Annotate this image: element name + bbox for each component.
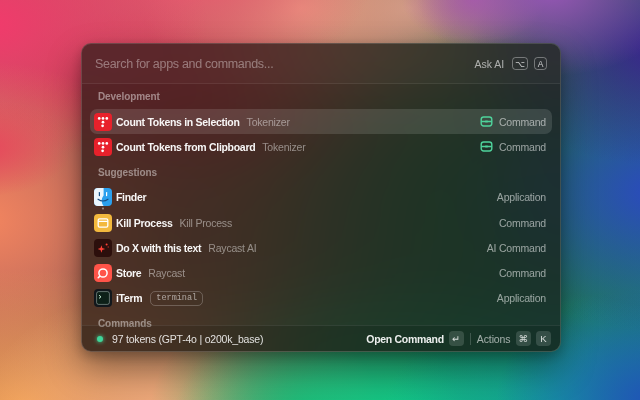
item-subtitle: Tokenizer bbox=[262, 141, 305, 153]
list-item[interactable]: Count Tokens in SelectionTokenizerComman… bbox=[90, 109, 552, 134]
command-icon bbox=[480, 115, 493, 128]
results-list: DevelopmentCount Tokens in SelectionToke… bbox=[82, 84, 560, 327]
item-title: Count Tokens in Selection bbox=[116, 116, 240, 128]
list-item[interactable]: Do X with this textRaycast AIAI Command bbox=[90, 235, 552, 260]
item-type-label: Application bbox=[497, 191, 546, 203]
item-title: Finder bbox=[116, 191, 146, 203]
item-title: Kill Process bbox=[116, 217, 173, 229]
actions-label: Actions bbox=[477, 333, 511, 345]
item-subtitle: Raycast AI bbox=[208, 242, 256, 254]
list-item[interactable]: FinderApplication bbox=[90, 185, 552, 210]
item-type-label: AI Command bbox=[487, 242, 546, 254]
item-title: Do X with this text bbox=[116, 242, 201, 254]
raycast-store-icon bbox=[94, 264, 112, 282]
list-item[interactable]: Kill ProcessKill ProcessCommand bbox=[90, 210, 552, 235]
item-subtitle: Kill Process bbox=[180, 217, 232, 229]
status-dot-icon bbox=[97, 336, 103, 342]
list-item[interactable]: StoreRaycastCommand bbox=[90, 260, 552, 285]
finder-icon bbox=[94, 188, 112, 206]
actions-button[interactable]: Actions ⌘ K bbox=[477, 331, 551, 346]
ask-ai-label: Ask AI bbox=[474, 58, 504, 70]
command-keycap: ⌘ bbox=[516, 331, 532, 346]
item-subtitle: Tokenizer bbox=[247, 116, 290, 128]
k-keycap: K bbox=[536, 331, 551, 346]
item-type-label: Command bbox=[499, 141, 546, 153]
item-type-label: Command bbox=[499, 267, 546, 279]
open-command-button[interactable]: Open Command ↵ bbox=[366, 331, 464, 346]
tokenizer-icon bbox=[94, 113, 112, 131]
status-bar-divider bbox=[470, 333, 471, 345]
option-keycap: ⌥ bbox=[512, 57, 528, 71]
status-text: 97 tokens (GPT-4o | o200k_base) bbox=[112, 333, 263, 345]
section-header-suggestions: Suggestions bbox=[90, 160, 552, 185]
item-type-label: Application bbox=[497, 292, 546, 304]
item-subtitle: Raycast bbox=[148, 267, 185, 279]
search-input[interactable]: Search for apps and commands... bbox=[95, 57, 474, 71]
item-type-label: Command bbox=[499, 217, 546, 229]
item-type-label: Command bbox=[499, 116, 546, 128]
return-keycap: ↵ bbox=[449, 331, 464, 346]
kill-process-icon bbox=[94, 214, 112, 232]
item-tag: terminal bbox=[150, 291, 203, 306]
item-title: Store bbox=[116, 267, 141, 279]
section-header-development: Development bbox=[90, 84, 552, 109]
open-command-label: Open Command bbox=[366, 333, 444, 345]
raycast-ai-icon bbox=[94, 239, 112, 257]
list-item[interactable]: iTermterminalApplication bbox=[90, 286, 552, 311]
status-bar: 97 tokens (GPT-4o | o200k_base) Open Com… bbox=[82, 325, 560, 351]
item-title: iTerm bbox=[116, 292, 142, 304]
tokenizer-icon bbox=[94, 138, 112, 156]
search-bar[interactable]: Search for apps and commands... Ask AI ⌥… bbox=[82, 44, 560, 83]
a-keycap: A bbox=[534, 57, 547, 71]
iterm-icon bbox=[94, 289, 112, 307]
ask-ai-button[interactable]: Ask AI ⌥ A bbox=[474, 57, 547, 71]
raycast-launcher-window: Search for apps and commands... Ask AI ⌥… bbox=[81, 43, 561, 352]
command-icon bbox=[480, 140, 493, 153]
list-item[interactable]: Count Tokens from ClipboardTokenizerComm… bbox=[90, 134, 552, 159]
item-title: Count Tokens from Clipboard bbox=[116, 141, 255, 153]
